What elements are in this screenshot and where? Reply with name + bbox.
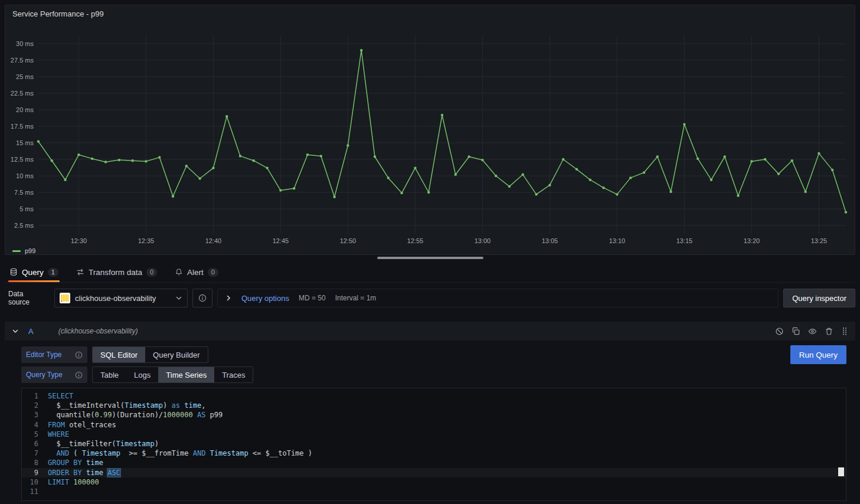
- query-type-label: Query Type: [21, 366, 87, 383]
- info-circle-icon[interactable]: [75, 351, 83, 359]
- x-tick-label: 12:45: [273, 237, 289, 244]
- series-point: [764, 158, 766, 161]
- tab-alert[interactable]: Alert 0: [174, 262, 220, 282]
- series-point: [427, 191, 430, 194]
- line-code: SELECT: [48, 391, 73, 401]
- sql-line-8[interactable]: 8GROUP BY time: [22, 458, 846, 467]
- chevron-right-icon[interactable]: [225, 294, 232, 302]
- sql-lines: 1SELECT2 $__timeInterval(Timestamp) as t…: [22, 391, 846, 496]
- line-number: 3: [22, 410, 48, 420]
- x-tick-label: 12:50: [340, 237, 357, 244]
- series-point: [683, 123, 685, 125]
- sql-line-2[interactable]: 2 $__timeInterval(Timestamp) as time,: [22, 401, 846, 410]
- series-point: [724, 155, 726, 158]
- y-tick-label: 17.5 ms: [11, 123, 34, 130]
- line-code: GROUP BY time: [48, 458, 103, 467]
- timeseries-chart[interactable]: 2.5 ms5 ms7.5 ms10 ms12.5 ms15 ms17.5 ms…: [8, 21, 852, 246]
- series-point: [562, 158, 564, 161]
- info-circle-icon[interactable]: [75, 371, 83, 379]
- query-ref-id[interactable]: A: [28, 327, 34, 336]
- sql-line-6[interactable]: 6 $__timeFilter(Timestamp): [22, 439, 846, 449]
- sql-line-10[interactable]: 10LIMIT 100000: [22, 477, 846, 487]
- series-point: [791, 159, 793, 162]
- tab-query[interactable]: Query 1: [8, 262, 60, 282]
- series-point: [495, 175, 497, 177]
- editor-type-row: Editor Type SQL Editor Query Builder Run…: [21, 345, 846, 364]
- tab-transform-label: Transform data: [89, 268, 142, 277]
- y-tick-label: 5 ms: [19, 205, 34, 212]
- collapse-chevron-down-icon[interactable]: [12, 328, 19, 335]
- editor-type-label: Editor Type: [21, 346, 87, 363]
- datasource-help-button[interactable]: [192, 289, 212, 307]
- series-line-p99: [38, 50, 846, 212]
- editor-type-option-query-builder[interactable]: Query Builder: [145, 347, 207, 362]
- y-tick-label: 10 ms: [16, 172, 34, 179]
- info-circle-icon: [198, 294, 207, 302]
- query-editor-body: Editor Type SQL Editor Query Builder Run…: [5, 341, 855, 501]
- series-point: [656, 155, 659, 158]
- query-type-option-time-series[interactable]: Time Series: [158, 367, 214, 382]
- database-icon: [9, 268, 18, 276]
- series-point: [77, 153, 80, 156]
- query-type-option-logs[interactable]: Logs: [126, 367, 158, 382]
- tab-alert-count-badge: 0: [208, 268, 218, 277]
- datasource-picker-value: clickhouse-observability: [75, 294, 156, 303]
- series-point: [602, 186, 604, 189]
- sql-line-1[interactable]: 1SELECT: [22, 391, 846, 401]
- series-point: [737, 194, 739, 197]
- series-point: [158, 156, 161, 158]
- sql-line-5[interactable]: 5WHERE: [22, 430, 846, 439]
- eye-icon[interactable]: [808, 327, 817, 336]
- query-options-toggle[interactable]: Query options: [241, 294, 289, 303]
- y-tick-label: 22.5 ms: [11, 90, 34, 97]
- series-point: [454, 174, 457, 176]
- line-number: 11: [22, 487, 48, 496]
- sql-line-3[interactable]: 3 quantile(0.99)(Duration)/1000000 AS p9…: [22, 410, 846, 420]
- line-code: $__timeInterval(Timestamp) as time,: [48, 401, 205, 410]
- chevron-down-icon: [175, 294, 182, 302]
- editor-type-radio-group: SQL Editor Query Builder: [92, 346, 208, 363]
- editor-type-option-sql-editor[interactable]: SQL Editor: [93, 347, 145, 362]
- series-point: [346, 144, 349, 146]
- line-code: quantile(0.99)(Duration)/1000000 AS p99: [48, 410, 223, 420]
- sql-line-4[interactable]: 4FROM otel_traces: [22, 420, 846, 430]
- series-point: [279, 189, 282, 191]
- trash-icon[interactable]: [825, 327, 833, 336]
- y-tick-label: 12.5 ms: [11, 156, 34, 163]
- line-code: LIMIT 100000: [48, 477, 99, 487]
- query-type-option-traces[interactable]: Traces: [214, 367, 253, 382]
- line-code: $__timeFilter(Timestamp): [48, 439, 159, 449]
- legend-series-label[interactable]: p99: [25, 247, 35, 254]
- query-inspector-button[interactable]: Query inspector: [783, 289, 855, 307]
- sql-line-7[interactable]: 7 AND ( Timestamp >= $__fromTime AND Tim…: [22, 449, 846, 458]
- query-row-header: A (clickhouse-observability): [5, 322, 855, 341]
- datasource-picker[interactable]: clickhouse-observability: [54, 289, 188, 307]
- series-point: [535, 193, 537, 195]
- sql-line-9[interactable]: 9ORDER BY time ASC: [22, 468, 846, 477]
- x-tick-label: 12:55: [407, 237, 424, 244]
- line-code: ORDER BY time ASC: [48, 468, 120, 477]
- duplicate-query-icon[interactable]: [792, 327, 800, 336]
- x-tick-label: 12:30: [71, 237, 87, 244]
- x-tick-label: 13:15: [676, 237, 693, 244]
- series-point: [131, 159, 133, 162]
- disable-query-icon[interactable]: [775, 327, 784, 336]
- sql-code-editor[interactable]: 1SELECT2 $__timeInterval(Timestamp) as t…: [21, 388, 846, 501]
- series-point: [118, 159, 120, 161]
- tab-transform-data[interactable]: Transform data 0: [75, 262, 158, 282]
- series-point: [253, 159, 255, 162]
- interval-stat: Interval = 1m: [335, 294, 377, 302]
- sql-line-11[interactable]: 11: [22, 487, 846, 496]
- legend-series-swatch: [12, 250, 21, 252]
- drag-handle-icon[interactable]: [841, 326, 848, 336]
- series-point: [333, 196, 335, 198]
- query-type-option-table[interactable]: Table: [93, 367, 126, 382]
- max-datapoints-stat: MD = 50: [299, 294, 326, 302]
- line-number: 5: [22, 430, 48, 439]
- run-query-button[interactable]: Run Query: [790, 345, 846, 364]
- horizontal-scrollbar-thumb[interactable]: [377, 257, 483, 259]
- x-tick-label: 13:20: [744, 237, 760, 244]
- x-tick-label: 13:05: [542, 237, 558, 244]
- series-point: [145, 160, 147, 162]
- series-point: [198, 177, 201, 179]
